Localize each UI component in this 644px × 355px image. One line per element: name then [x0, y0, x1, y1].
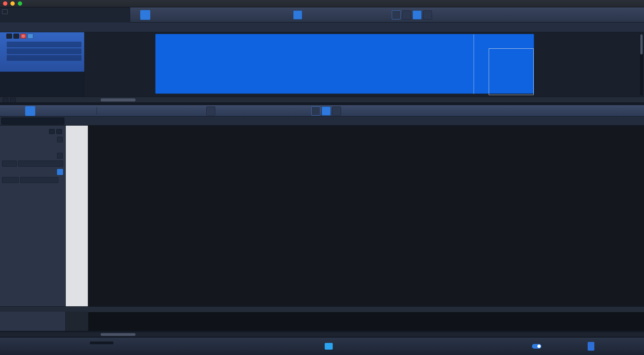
track-mute-button[interactable] — [6, 34, 12, 39]
auto-quantize-button[interactable] — [206, 106, 215, 116]
input-quantize-button[interactable] — [293, 10, 302, 19]
gear-icon[interactable] — [410, 342, 415, 348]
scale-root-dropdown[interactable] — [2, 161, 17, 167]
automation-value[interactable] — [56, 15, 58, 19]
pencil-icon — [164, 12, 169, 18]
stop-button[interactable] — [325, 343, 333, 350]
crosshair-button[interactable] — [423, 10, 432, 19]
timebase-value-dropdown[interactable] — [337, 11, 338, 15]
speaker-icon — [2, 16, 7, 20]
paint-tool-button[interactable] — [183, 10, 193, 20]
metronome-icon[interactable] — [429, 342, 434, 346]
listen-tool-button[interactable] — [215, 10, 225, 20]
track-preset-dropdown[interactable] — [7, 42, 82, 47]
loop-range-display[interactable] — [367, 341, 368, 352]
snap-end-button[interactable] — [322, 106, 331, 116]
track-size-dropdown[interactable] — [47, 98, 48, 102]
arrange-vscrollbar[interactable] — [640, 34, 643, 95]
inspector-mute-button[interactable] — [49, 129, 55, 134]
pitch-icon — [282, 12, 287, 17]
swing-dropdown[interactable] — [20, 177, 58, 183]
play-from-cursor-button[interactable] — [247, 10, 257, 20]
edit-ruler[interactable] — [88, 117, 644, 126]
timecode-display[interactable] — [191, 341, 234, 342]
record-time-display — [153, 341, 190, 342]
track-record-button[interactable] — [20, 34, 26, 39]
arrange-lane[interactable] — [84, 32, 644, 97]
arrange-hscrollbar[interactable] — [101, 98, 136, 101]
scale-type-dropdown[interactable] — [18, 161, 63, 167]
track-header-instachord[interactable] — [0, 32, 84, 72]
zoom-window-button[interactable] — [18, 1, 22, 6]
position-display[interactable] — [235, 340, 302, 341]
edit-tool-group — [25, 106, 89, 116]
paint-brush-icon — [185, 12, 191, 18]
global-solo-button[interactable] — [10, 98, 16, 103]
minimize-window-button[interactable] — [10, 1, 15, 6]
timesig-display[interactable] — [446, 341, 463, 342]
snap-relative-button[interactable] — [402, 10, 411, 19]
tempo-display[interactable] — [477, 341, 497, 342]
scale-checkbox[interactable] — [57, 153, 63, 159]
arrow-tool-button[interactable] — [140, 10, 150, 20]
arrange-ruler[interactable] — [87, 23, 644, 32]
edit-quantize-dropdown[interactable] — [219, 107, 220, 111]
piano-keyboard[interactable] — [66, 126, 88, 306]
close-window-button[interactable] — [3, 1, 7, 6]
inspector-solo-button[interactable] — [56, 129, 62, 134]
pencil-tool-button[interactable] — [162, 10, 172, 20]
edit-zoom-button[interactable] — [114, 106, 124, 116]
length-grid-dropdown[interactable] — [2, 177, 19, 183]
part-selector-dropdown[interactable] — [1, 118, 64, 125]
output-toggle[interactable] — [532, 344, 541, 349]
midi-clip-instachord[interactable] — [155, 34, 534, 94]
length-quantize-button[interactable] — [57, 169, 63, 175]
macro-button[interactable] — [279, 10, 289, 20]
edit-timebase-dropdown[interactable] — [251, 107, 252, 111]
return-to-start-button[interactable] — [258, 10, 268, 20]
snap-end-button[interactable] — [413, 10, 422, 19]
edit-snap-dropdown[interactable] — [278, 107, 279, 111]
download-icon[interactable] — [559, 11, 566, 17]
range-tool-button[interactable] — [151, 10, 161, 20]
song-page-button[interactable] — [598, 12, 599, 17]
track-solo-button[interactable] — [13, 34, 19, 39]
pitch-bend-button[interactable] — [126, 106, 136, 116]
audition-checkbox[interactable] — [57, 137, 63, 142]
eraser-tool-button[interactable] — [172, 10, 182, 20]
browse-view-button[interactable] — [623, 342, 630, 351]
edit-view-button[interactable] — [588, 342, 594, 351]
velocity-lane[interactable] — [88, 312, 644, 331]
zoom-button[interactable] — [269, 10, 279, 20]
global-mute-button[interactable] — [3, 98, 8, 103]
snap-to-grid-button[interactable] — [392, 10, 401, 19]
sample-rate-display — [120, 341, 150, 342]
snap-start-button[interactable] — [311, 106, 320, 116]
key-display[interactable] — [466, 341, 476, 342]
split-view-button[interactable] — [332, 106, 341, 116]
edit-arrow-tool-button[interactable] — [25, 106, 35, 116]
keyboard-icon[interactable] — [76, 34, 83, 38]
quantize-value-dropdown[interactable] — [306, 11, 307, 15]
piano-roll-grid[interactable] — [88, 126, 644, 306]
edit-paint-tool-button[interactable] — [47, 106, 57, 116]
edit-eraser-tool-button[interactable] — [57, 106, 67, 116]
curve-tool-button[interactable] — [102, 106, 112, 116]
track-monitor-button[interactable] — [28, 34, 33, 39]
range-select-icon — [153, 12, 159, 18]
grid-view-dropdown[interactable] — [435, 12, 437, 17]
edit-mute-tool-button[interactable] — [68, 106, 78, 116]
snap-value-dropdown[interactable] — [364, 11, 366, 15]
part-selection-outline — [489, 48, 534, 95]
bend-tool-button[interactable] — [205, 10, 215, 20]
edit-hscrollbar[interactable] — [101, 333, 136, 336]
track-input-dropdown[interactable] — [7, 48, 82, 54]
mix-view-button[interactable] — [606, 342, 612, 351]
edit-listen-tool-button[interactable] — [79, 106, 89, 116]
note-color-dropdown[interactable] — [179, 107, 180, 111]
mute-tool-button[interactable] — [194, 10, 204, 20]
track-output-dropdown[interactable] — [7, 55, 82, 61]
action-menu-button[interactable] — [144, 108, 145, 113]
edit-pencil-tool-button[interactable] — [36, 106, 46, 116]
help-button[interactable] — [235, 10, 245, 20]
